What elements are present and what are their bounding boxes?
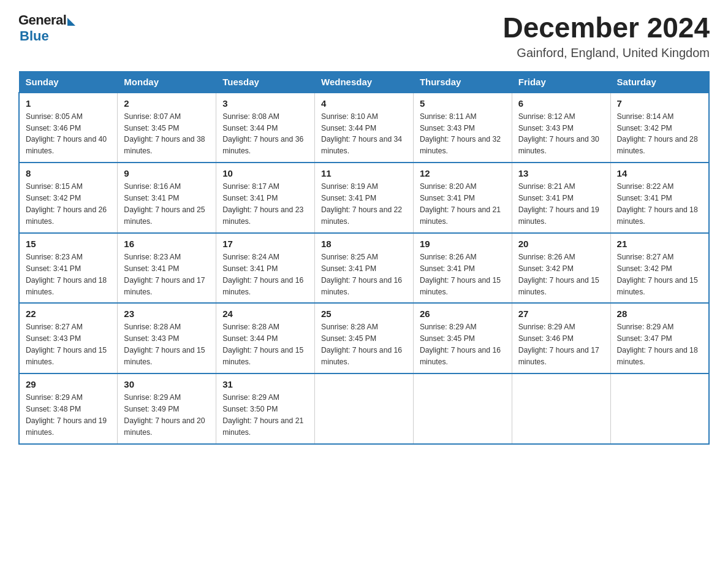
day-number: 18 (321, 239, 407, 249)
calendar-cell: 19Sunrise: 8:26 AMSunset: 3:41 PMDayligh… (413, 233, 512, 304)
calendar-cell (512, 373, 610, 444)
day-number: 31 (222, 379, 308, 389)
location-title: Gainford, England, United Kingdom (502, 46, 710, 60)
day-info: Sunrise: 8:15 AMSunset: 3:42 PMDaylight:… (26, 181, 111, 228)
day-info: Sunrise: 8:27 AMSunset: 3:43 PMDaylight:… (26, 321, 111, 368)
day-number: 15 (26, 239, 111, 249)
calendar-cell (413, 373, 512, 444)
calendar-cell: 26Sunrise: 8:29 AMSunset: 3:45 PMDayligh… (413, 303, 512, 373)
calendar-cell: 22Sunrise: 8:27 AMSunset: 3:43 PMDayligh… (19, 303, 118, 373)
day-number: 17 (222, 239, 308, 249)
calendar-cell: 17Sunrise: 8:24 AMSunset: 3:41 PMDayligh… (216, 233, 315, 304)
calendar-cell: 23Sunrise: 8:28 AMSunset: 3:43 PMDayligh… (118, 303, 216, 373)
day-info: Sunrise: 8:27 AMSunset: 3:42 PMDaylight:… (617, 251, 702, 298)
header-sunday: Sunday (19, 71, 118, 93)
calendar-cell: 27Sunrise: 8:29 AMSunset: 3:46 PMDayligh… (512, 303, 610, 373)
calendar-cell: 31Sunrise: 8:29 AMSunset: 3:50 PMDayligh… (216, 373, 315, 444)
header-friday: Friday (512, 71, 610, 93)
calendar-cell: 13Sunrise: 8:21 AMSunset: 3:41 PMDayligh… (512, 163, 610, 233)
day-number: 16 (124, 239, 210, 249)
day-number: 22 (26, 308, 111, 319)
day-number: 13 (518, 168, 604, 178)
calendar-cell: 7Sunrise: 8:14 AMSunset: 3:42 PMDaylight… (610, 93, 709, 163)
day-number: 4 (321, 98, 407, 109)
calendar-cell: 15Sunrise: 8:23 AMSunset: 3:41 PMDayligh… (19, 233, 118, 304)
day-info: Sunrise: 8:07 AMSunset: 3:45 PMDaylight:… (124, 111, 210, 158)
day-info: Sunrise: 8:28 AMSunset: 3:44 PMDaylight:… (222, 321, 308, 368)
day-number: 1 (26, 98, 111, 109)
logo: General Blue (18, 12, 75, 44)
day-number: 23 (124, 308, 210, 319)
day-number: 10 (222, 168, 308, 178)
day-number: 20 (518, 239, 604, 249)
day-number: 9 (124, 168, 210, 178)
logo-blue-text: Blue (20, 28, 49, 44)
title-block: December 2024 Gainford, England, United … (502, 12, 710, 60)
day-number: 7 (617, 98, 702, 109)
calendar-cell: 25Sunrise: 8:28 AMSunset: 3:45 PMDayligh… (315, 303, 414, 373)
day-info: Sunrise: 8:28 AMSunset: 3:43 PMDaylight:… (124, 321, 210, 368)
calendar-cell: 18Sunrise: 8:25 AMSunset: 3:41 PMDayligh… (315, 233, 414, 304)
calendar-week-row: 15Sunrise: 8:23 AMSunset: 3:41 PMDayligh… (19, 233, 709, 304)
day-info: Sunrise: 8:23 AMSunset: 3:41 PMDaylight:… (26, 251, 111, 298)
day-number: 30 (124, 379, 210, 389)
calendar-cell: 29Sunrise: 8:29 AMSunset: 3:48 PMDayligh… (19, 373, 118, 444)
day-number: 3 (222, 98, 308, 109)
header-thursday: Thursday (413, 71, 512, 93)
day-number: 5 (420, 98, 506, 109)
day-number: 11 (321, 168, 407, 178)
calendar-cell: 24Sunrise: 8:28 AMSunset: 3:44 PMDayligh… (216, 303, 315, 373)
calendar-cell: 30Sunrise: 8:29 AMSunset: 3:49 PMDayligh… (118, 373, 216, 444)
day-info: Sunrise: 8:29 AMSunset: 3:45 PMDaylight:… (420, 321, 506, 368)
calendar-cell: 21Sunrise: 8:27 AMSunset: 3:42 PMDayligh… (610, 233, 709, 304)
calendar-cell: 2Sunrise: 8:07 AMSunset: 3:45 PMDaylight… (118, 93, 216, 163)
day-number: 26 (420, 308, 506, 319)
calendar-cell: 4Sunrise: 8:10 AMSunset: 3:44 PMDaylight… (315, 93, 414, 163)
day-number: 21 (617, 239, 702, 249)
calendar-cell: 1Sunrise: 8:05 AMSunset: 3:46 PMDaylight… (19, 93, 118, 163)
day-info: Sunrise: 8:12 AMSunset: 3:43 PMDaylight:… (518, 111, 604, 158)
calendar-cell: 5Sunrise: 8:11 AMSunset: 3:43 PMDaylight… (413, 93, 512, 163)
logo-arrow-icon (67, 18, 75, 26)
calendar-cell: 28Sunrise: 8:29 AMSunset: 3:47 PMDayligh… (610, 303, 709, 373)
day-info: Sunrise: 8:23 AMSunset: 3:41 PMDaylight:… (124, 251, 210, 298)
day-number: 12 (420, 168, 506, 178)
day-info: Sunrise: 8:29 AMSunset: 3:49 PMDaylight:… (124, 392, 210, 439)
day-info: Sunrise: 8:17 AMSunset: 3:41 PMDaylight:… (222, 181, 308, 228)
calendar-cell: 12Sunrise: 8:20 AMSunset: 3:41 PMDayligh… (413, 163, 512, 233)
day-info: Sunrise: 8:05 AMSunset: 3:46 PMDaylight:… (26, 111, 111, 158)
calendar-week-row: 29Sunrise: 8:29 AMSunset: 3:48 PMDayligh… (19, 373, 709, 444)
calendar-cell (315, 373, 414, 444)
calendar-cell: 11Sunrise: 8:19 AMSunset: 3:41 PMDayligh… (315, 163, 414, 233)
calendar-cell: 6Sunrise: 8:12 AMSunset: 3:43 PMDaylight… (512, 93, 610, 163)
calendar-week-row: 1Sunrise: 8:05 AMSunset: 3:46 PMDaylight… (19, 93, 709, 163)
header-monday: Monday (118, 71, 216, 93)
day-number: 2 (124, 98, 210, 109)
day-info: Sunrise: 8:21 AMSunset: 3:41 PMDaylight:… (518, 181, 604, 228)
day-number: 29 (26, 379, 111, 389)
day-info: Sunrise: 8:28 AMSunset: 3:45 PMDaylight:… (321, 321, 407, 368)
calendar-cell: 8Sunrise: 8:15 AMSunset: 3:42 PMDaylight… (19, 163, 118, 233)
day-number: 28 (617, 308, 702, 319)
day-info: Sunrise: 8:19 AMSunset: 3:41 PMDaylight:… (321, 181, 407, 228)
day-info: Sunrise: 8:24 AMSunset: 3:41 PMDaylight:… (222, 251, 308, 298)
day-info: Sunrise: 8:25 AMSunset: 3:41 PMDaylight:… (321, 251, 407, 298)
day-info: Sunrise: 8:26 AMSunset: 3:41 PMDaylight:… (420, 251, 506, 298)
day-number: 24 (222, 308, 308, 319)
day-number: 25 (321, 308, 407, 319)
day-info: Sunrise: 8:08 AMSunset: 3:44 PMDaylight:… (222, 111, 308, 158)
calendar-week-row: 8Sunrise: 8:15 AMSunset: 3:42 PMDaylight… (19, 163, 709, 233)
calendar-cell: 16Sunrise: 8:23 AMSunset: 3:41 PMDayligh… (118, 233, 216, 304)
day-info: Sunrise: 8:29 AMSunset: 3:47 PMDaylight:… (617, 321, 702, 368)
calendar-cell: 3Sunrise: 8:08 AMSunset: 3:44 PMDaylight… (216, 93, 315, 163)
day-number: 8 (26, 168, 111, 178)
day-number: 19 (420, 239, 506, 249)
logo-general-text: General (18, 12, 66, 28)
day-info: Sunrise: 8:26 AMSunset: 3:42 PMDaylight:… (518, 251, 604, 298)
calendar-week-row: 22Sunrise: 8:27 AMSunset: 3:43 PMDayligh… (19, 303, 709, 373)
calendar-cell: 20Sunrise: 8:26 AMSunset: 3:42 PMDayligh… (512, 233, 610, 304)
day-number: 6 (518, 98, 604, 109)
header-wednesday: Wednesday (315, 71, 414, 93)
day-info: Sunrise: 8:22 AMSunset: 3:41 PMDaylight:… (617, 181, 702, 228)
calendar-cell: 9Sunrise: 8:16 AMSunset: 3:41 PMDaylight… (118, 163, 216, 233)
